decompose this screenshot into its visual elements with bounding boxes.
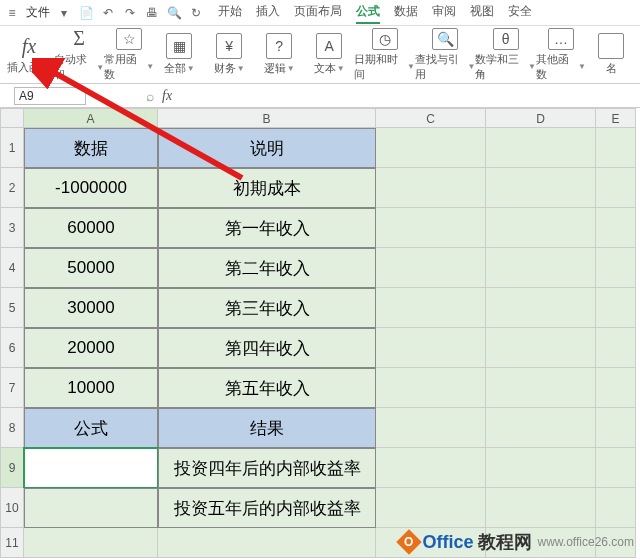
cell-B9[interactable]: 投资四年后的内部收益率 xyxy=(158,448,376,488)
col-header-B[interactable]: B xyxy=(158,108,376,128)
cell-A6[interactable]: 20000 xyxy=(24,328,158,368)
cell-A1[interactable]: 数据 xyxy=(24,128,158,168)
cell-B5[interactable]: 第三年收入 xyxy=(158,288,376,328)
ribbon-btn-7[interactable]: ◷日期和时间▼ xyxy=(354,28,415,82)
row-header[interactable]: 3 xyxy=(0,208,24,248)
cell-D9[interactable] xyxy=(486,448,596,488)
redo2-icon[interactable]: ↻ xyxy=(188,5,204,21)
undo-icon[interactable]: ↶ xyxy=(100,5,116,21)
row-header[interactable]: 9 xyxy=(0,448,24,488)
row-header[interactable]: 4 xyxy=(0,248,24,288)
cell-A7[interactable]: 10000 xyxy=(24,368,158,408)
print-icon[interactable]: 🖶 xyxy=(144,5,160,21)
cell-C3[interactable] xyxy=(376,208,486,248)
cell-D2[interactable] xyxy=(486,168,596,208)
cell-B6[interactable]: 第四年收入 xyxy=(158,328,376,368)
redo-icon[interactable]: ↷ xyxy=(122,5,138,21)
select-all-corner[interactable] xyxy=(0,108,24,128)
cell-E1[interactable] xyxy=(596,128,636,168)
cell-B11[interactable] xyxy=(158,528,376,558)
cell-E8[interactable] xyxy=(596,408,636,448)
cell-C4[interactable] xyxy=(376,248,486,288)
ribbon-btn-0[interactable]: fx插入函数 xyxy=(4,28,54,82)
row-header[interactable]: 11 xyxy=(0,528,24,558)
cell-D7[interactable] xyxy=(486,368,596,408)
chevron-down-icon[interactable]: ▾ xyxy=(56,5,72,21)
ribbon-btn-3[interactable]: ▦全部▼ xyxy=(154,28,204,82)
cell-E5[interactable] xyxy=(596,288,636,328)
tab-pagelayout[interactable]: 页面布局 xyxy=(294,1,342,24)
cell-E9[interactable] xyxy=(596,448,636,488)
cell-B7[interactable]: 第五年收入 xyxy=(158,368,376,408)
tab-review[interactable]: 审阅 xyxy=(432,1,456,24)
cell-D3[interactable] xyxy=(486,208,596,248)
ribbon-btn-11[interactable]: 名 xyxy=(586,28,636,82)
ribbon-btn-2[interactable]: ☆常用函数▼ xyxy=(104,28,154,82)
cell-C8[interactable] xyxy=(376,408,486,448)
tab-formulas[interactable]: 公式 xyxy=(356,1,380,24)
cell-E2[interactable] xyxy=(596,168,636,208)
col-header-A[interactable]: A xyxy=(24,108,158,128)
cell-B4[interactable]: 第二年收入 xyxy=(158,248,376,288)
cell-C7[interactable] xyxy=(376,368,486,408)
tab-security[interactable]: 安全 xyxy=(508,1,532,24)
ribbon-btn-10[interactable]: …其他函数▼ xyxy=(536,28,586,82)
cell-D6[interactable] xyxy=(486,328,596,368)
row-header[interactable]: 8 xyxy=(0,408,24,448)
tab-start[interactable]: 开始 xyxy=(218,1,242,24)
row-header[interactable]: 6 xyxy=(0,328,24,368)
cell-D4[interactable] xyxy=(486,248,596,288)
cell-A8[interactable]: 公式 xyxy=(24,408,158,448)
cell-C2[interactable] xyxy=(376,168,486,208)
ribbon-btn-9[interactable]: θ数学和三角▼ xyxy=(475,28,536,82)
cell-C9[interactable] xyxy=(376,448,486,488)
name-box[interactable]: A9 xyxy=(14,87,86,105)
cell-A5[interactable]: 30000 xyxy=(24,288,158,328)
cell-A10[interactable] xyxy=(24,488,158,528)
row-header[interactable]: 10 xyxy=(0,488,24,528)
ribbon-btn-6[interactable]: A文本▼ xyxy=(304,28,354,82)
cell-B2[interactable]: 初期成本 xyxy=(158,168,376,208)
cell-E7[interactable] xyxy=(596,368,636,408)
cell-A9[interactable] xyxy=(24,448,158,488)
tab-data[interactable]: 数据 xyxy=(394,1,418,24)
cell-E4[interactable] xyxy=(596,248,636,288)
cell-C5[interactable] xyxy=(376,288,486,328)
ribbon-btn-1[interactable]: Σ自动求和▼ xyxy=(54,28,104,82)
preview-icon[interactable]: 🔍 xyxy=(166,5,182,21)
col-header-E[interactable]: E xyxy=(596,108,636,128)
cell-E10[interactable] xyxy=(596,488,636,528)
cell-D1[interactable] xyxy=(486,128,596,168)
cell-D8[interactable] xyxy=(486,408,596,448)
row-header[interactable]: 7 xyxy=(0,368,24,408)
cell-B1[interactable]: 说明 xyxy=(158,128,376,168)
cell-D10[interactable] xyxy=(486,488,596,528)
ribbon-btn-4[interactable]: ¥财务▼ xyxy=(204,28,254,82)
cell-E6[interactable] xyxy=(596,328,636,368)
save-icon[interactable]: 📄 xyxy=(78,5,94,21)
cell-D5[interactable] xyxy=(486,288,596,328)
row-header[interactable]: 5 xyxy=(0,288,24,328)
col-header-C[interactable]: C xyxy=(376,108,486,128)
tab-view[interactable]: 视图 xyxy=(470,1,494,24)
fx-icon[interactable]: fx xyxy=(162,88,172,104)
row-header[interactable]: 1 xyxy=(0,128,24,168)
row-header[interactable]: 2 xyxy=(0,168,24,208)
cell-A11[interactable] xyxy=(24,528,158,558)
cell-B8[interactable]: 结果 xyxy=(158,408,376,448)
hamburger-icon[interactable]: ≡ xyxy=(4,5,20,21)
ribbon-btn-5[interactable]: ?逻辑▼ xyxy=(254,28,304,82)
file-menu[interactable]: 文件 xyxy=(26,4,50,21)
cell-C6[interactable] xyxy=(376,328,486,368)
cell-B10[interactable]: 投资五年后的内部收益率 xyxy=(158,488,376,528)
cell-C1[interactable] xyxy=(376,128,486,168)
cell-A3[interactable]: 60000 xyxy=(24,208,158,248)
lookup-icon[interactable]: ⌕ xyxy=(146,88,154,104)
cell-A4[interactable]: 50000 xyxy=(24,248,158,288)
tab-insert[interactable]: 插入 xyxy=(256,1,280,24)
ribbon-btn-8[interactable]: 🔍查找与引用▼ xyxy=(415,28,476,82)
cell-A2[interactable]: -1000000 xyxy=(24,168,158,208)
cell-E3[interactable] xyxy=(596,208,636,248)
cell-C10[interactable] xyxy=(376,488,486,528)
cell-B3[interactable]: 第一年收入 xyxy=(158,208,376,248)
